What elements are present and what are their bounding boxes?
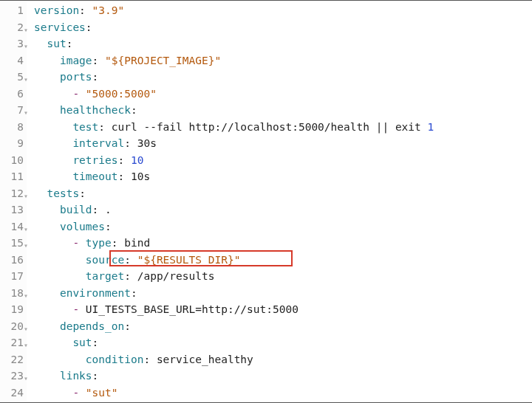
token-key: ports: [60, 71, 92, 83]
line-number: 11: [0, 168, 27, 185]
token-plain: :: [92, 337, 99, 348]
token-plain: : service_healthy: [143, 354, 253, 365]
line-number: 15▾: [0, 235, 27, 252]
token-dash: -: [72, 88, 85, 100]
token-dash: -: [72, 387, 85, 399]
code-line[interactable]: interval: 30s: [34, 135, 434, 152]
token-key: image: [60, 55, 92, 66]
line-number: 1: [0, 2, 27, 19]
token-plain: : .: [92, 204, 112, 216]
token-str: "3.9": [92, 4, 125, 16]
token-key: target: [86, 270, 124, 282]
line-number: 9: [0, 135, 27, 152]
code-line[interactable]: - "sut": [34, 385, 434, 402]
token-plain: : /app/results: [124, 270, 214, 282]
code-line[interactable]: retries: 10: [34, 152, 434, 169]
code-line[interactable]: depends_on:: [34, 318, 434, 335]
line-number: 18▾: [0, 285, 27, 302]
code-editor[interactable]: 12▾3▾45▾67▾89101112▾1314▾15▾161718▾1920▾…: [0, 1, 532, 402]
token-str: "${RESULTS_DIR}": [137, 254, 241, 266]
code-line[interactable]: target: /app/results: [34, 268, 434, 285]
code-line[interactable]: condition: service_healthy: [34, 351, 434, 368]
code-line[interactable]: - "5000:5000": [34, 86, 434, 103]
token-plain: :: [131, 104, 137, 116]
token-key: depends_on: [60, 320, 124, 332]
code-line[interactable]: sut:: [34, 35, 434, 52]
token-plain: :: [66, 38, 73, 49]
line-number: 5▾: [0, 69, 27, 86]
line-number: 10: [0, 152, 27, 169]
token-plain: :: [92, 71, 99, 83]
token-num: 10: [131, 154, 143, 166]
line-number: 12▾: [0, 185, 27, 202]
line-number: 22: [0, 351, 27, 368]
token-plain: :: [124, 320, 131, 332]
code-line[interactable]: environment:: [34, 285, 434, 302]
token-plain: :: [79, 4, 92, 16]
token-key: services: [34, 21, 86, 33]
token-key: condition: [86, 354, 144, 365]
token-key: version: [34, 4, 79, 16]
code-line[interactable]: links:: [34, 368, 434, 385]
line-number: 24: [0, 385, 27, 402]
line-number: 20▾: [0, 318, 27, 335]
code-line[interactable]: tests:: [34, 185, 434, 202]
token-key: sut: [47, 38, 66, 49]
token-plain: :: [92, 55, 105, 66]
token-plain: : curl --fail http://localhost:5000/heal…: [98, 121, 427, 133]
token-key: retries: [72, 154, 117, 166]
code-line[interactable]: version: "3.9": [34, 2, 434, 19]
token-dash: -: [72, 237, 85, 249]
token-plain: UI_TESTS_BASE_URL=http://sut:5000: [86, 303, 299, 315]
line-number: 17: [0, 268, 27, 285]
code-line[interactable]: volumes:: [34, 218, 434, 235]
token-plain: :: [131, 287, 137, 299]
code-line[interactable]: image: "${PROJECT_IMAGE}": [34, 52, 434, 69]
code-line[interactable]: services:: [34, 19, 434, 36]
token-key: build: [60, 204, 92, 216]
line-number: 7▾: [0, 102, 27, 119]
code-line[interactable]: - type: bind: [34, 235, 434, 252]
code-line[interactable]: test: curl --fail http://localhost:5000/…: [34, 119, 434, 136]
line-number: 23▾: [0, 368, 27, 385]
code-line[interactable]: timeout: 10s: [34, 168, 434, 185]
token-key: volumes: [60, 221, 105, 232]
token-plain: :: [105, 221, 112, 232]
token-str: "5000:5000": [86, 88, 157, 100]
token-key: links: [60, 370, 92, 382]
code-line[interactable]: ports:: [34, 69, 434, 86]
token-key: source: [86, 254, 124, 266]
token-plain: : 30s: [124, 137, 157, 149]
token-key: tests: [47, 187, 79, 199]
token-plain: : 10s: [118, 170, 151, 182]
token-key: environment: [60, 287, 131, 299]
token-plain: :: [124, 254, 137, 266]
code-line[interactable]: - UI_TESTS_BASE_URL=http://sut:5000: [34, 301, 434, 318]
token-str: "${PROJECT_IMAGE}": [105, 55, 221, 66]
line-number: 21▾: [0, 334, 27, 351]
code-line[interactable]: build: .: [34, 202, 434, 218]
token-key: interval: [72, 137, 124, 149]
token-plain: :: [79, 187, 86, 199]
code-line[interactable]: source: "${RESULTS_DIR}": [34, 252, 434, 269]
line-number-gutter: 12▾3▾45▾67▾89101112▾1314▾15▾161718▾1920▾…: [0, 1, 27, 402]
line-number: 3▾: [0, 35, 27, 52]
line-number: 14▾: [0, 218, 27, 235]
code-line[interactable]: healthcheck:: [34, 102, 434, 119]
token-key: healthcheck: [60, 104, 131, 116]
code-line[interactable]: sut:: [34, 334, 434, 351]
line-number: 8: [0, 119, 27, 136]
line-number: 13: [0, 202, 27, 218]
token-plain: :: [118, 154, 131, 166]
line-number: 19: [0, 301, 27, 318]
token-key: sut: [72, 337, 92, 348]
token-dash: -: [72, 303, 85, 315]
token-key: type: [86, 237, 112, 249]
token-str: "sut": [86, 387, 118, 399]
code-area[interactable]: version: "3.9"services: sut: image: "${P…: [27, 1, 434, 401]
line-number: 6: [0, 86, 27, 103]
token-plain: :: [86, 21, 92, 33]
token-key: timeout: [72, 170, 117, 182]
token-plain: : bind: [112, 237, 150, 249]
line-number: 16: [0, 252, 27, 269]
